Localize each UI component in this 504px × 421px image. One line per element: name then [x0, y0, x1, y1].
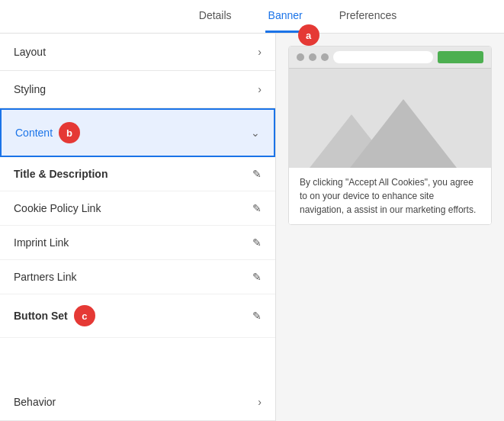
browser-chrome	[289, 47, 491, 69]
badge-b: b	[59, 122, 80, 143]
browser-dot-2	[309, 53, 316, 61]
preview-text: By clicking "Accept All Cookies", you ag…	[289, 168, 491, 224]
browser-preview: By clicking "Accept All Cookies", you ag…	[288, 46, 492, 225]
content-item-partners-label: Partners Link	[14, 271, 76, 283]
edit-icon-button-set: ✎	[252, 310, 262, 322]
edit-icon-imprint: ✎	[252, 236, 262, 249]
tab-bar: Details Banner Preferences a	[0, 0, 504, 34]
content-item-title-desc-label: Title & Description	[14, 168, 108, 180]
tab-preferences-label: Preferences	[339, 9, 396, 21]
content-item-cookie-policy[interactable]: Cookie Policy Link ✎	[0, 191, 275, 226]
mountain-icon-2	[350, 99, 457, 168]
badge-a: a	[298, 24, 319, 46]
content-item-imprint-label: Imprint Link	[14, 236, 69, 249]
accordion-behavior[interactable]: Behavior ›	[0, 384, 275, 421]
placeholder-image	[289, 69, 491, 168]
tab-details[interactable]: Details	[196, 0, 235, 33]
accordion-styling-label: Styling	[14, 83, 46, 95]
right-panel: By clicking "Accept All Cookies", you ag…	[276, 34, 504, 421]
chevron-right-icon-3: ›	[258, 396, 262, 408]
edit-icon-title-desc: ✎	[252, 168, 262, 180]
left-panel: Layout › Styling › Content b ⌄ Title & D…	[0, 34, 276, 421]
badge-c: c	[74, 305, 95, 326]
accordion-layout[interactable]: Layout ›	[0, 34, 275, 71]
browser-dot-3	[321, 53, 329, 61]
chevron-right-icon: ›	[258, 46, 262, 58]
main-content: Layout › Styling › Content b ⌄ Title & D…	[0, 34, 504, 421]
content-item-title-desc[interactable]: Title & Description ✎	[0, 157, 275, 191]
accordion-styling[interactable]: Styling ›	[0, 71, 275, 108]
chevron-down-icon: ⌄	[251, 127, 260, 139]
content-items-list: Title & Description ✎ Cookie Policy Link…	[0, 157, 275, 384]
chevron-right-icon-2: ›	[258, 83, 262, 95]
content-item-button-set[interactable]: Button Set c ✎	[0, 294, 275, 338]
edit-icon-cookie: ✎	[252, 202, 262, 214]
browser-address-bar	[333, 51, 433, 63]
edit-icon-partners: ✎	[252, 271, 262, 283]
content-item-partners[interactable]: Partners Link ✎	[0, 260, 275, 294]
accordion-content-label: Content	[15, 127, 53, 139]
tab-details-label: Details	[199, 9, 232, 21]
browser-green-button	[438, 51, 483, 63]
accordion-layout-label: Layout	[14, 46, 46, 58]
browser-body: By clicking "Accept All Cookies", you ag…	[289, 69, 491, 224]
content-item-imprint[interactable]: Imprint Link ✎	[0, 226, 275, 260]
tab-banner-label: Banner	[268, 9, 303, 21]
tab-preferences[interactable]: Preferences	[336, 0, 400, 33]
accordion-content[interactable]: Content b ⌄	[0, 108, 275, 157]
content-item-button-set-label: Button Set	[14, 310, 68, 322]
accordion-behavior-label: Behavior	[14, 396, 56, 408]
browser-dot-1	[297, 53, 304, 61]
content-item-cookie-label: Cookie Policy Link	[14, 202, 101, 214]
